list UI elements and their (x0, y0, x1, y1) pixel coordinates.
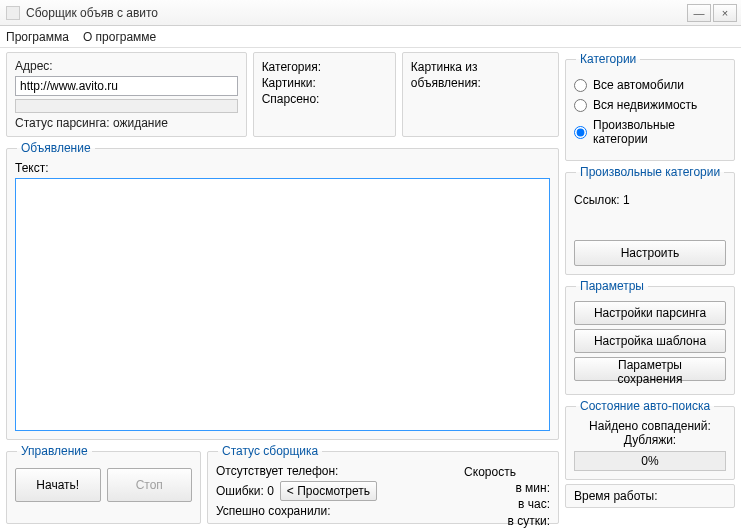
minimize-button[interactable]: — (687, 4, 711, 22)
autosearch-legend: Состояние авто-поиска (576, 399, 714, 413)
categories-fieldset: Категории Все автомобили Вся недвижимост… (565, 52, 735, 161)
view-errors-button[interactable]: < Просмотреть (280, 481, 377, 501)
runtime-label: Время работы: (574, 489, 658, 503)
address-label: Адрес: (15, 59, 238, 73)
radio-cars-input[interactable] (574, 79, 587, 92)
save-settings-button[interactable]: Параметры сохранения (574, 357, 726, 381)
image-panel: Картинка из объявления: (402, 52, 559, 137)
categories-legend: Категории (576, 52, 640, 66)
menu-program[interactable]: Программа (6, 30, 69, 44)
links-count: Ссылок: 1 (574, 193, 726, 207)
parse-status: Статус парсинга: ожидание (15, 116, 238, 130)
address-panel: Адрес: Статус парсинга: ожидание (6, 52, 247, 137)
custom-categories-legend: Произвольные категории (576, 165, 724, 179)
stats-panel: Категория: Картинки: Спарсено: (253, 52, 396, 137)
radio-custom-input[interactable] (574, 126, 587, 139)
errors-label: Ошибки: 0 (216, 484, 274, 498)
runtime-panel: Время работы: (565, 484, 735, 508)
template-settings-button[interactable]: Настройка шаблона (574, 329, 726, 353)
app-icon (6, 6, 20, 20)
stat-parsed: Спарсено: (262, 91, 387, 107)
autosearch-fieldset: Состояние авто-поиска Найдено совпадений… (565, 399, 735, 480)
menu-about[interactable]: О программе (83, 30, 156, 44)
custom-categories-fieldset: Произвольные категории Ссылок: 1 Настрои… (565, 165, 735, 275)
menubar: Программа О программе (0, 26, 741, 48)
configure-button[interactable]: Настроить (574, 240, 726, 266)
control-fieldset: Управление Начать! Стоп (6, 444, 201, 524)
no-phone-label: Отсутствует телефон: (216, 464, 420, 478)
duplicates-label: Дубляжи: (574, 433, 726, 447)
ad-fieldset: Объявление Текст: (6, 141, 559, 440)
ad-legend: Объявление (17, 141, 95, 155)
progress-bar (15, 99, 238, 113)
address-input[interactable] (15, 76, 238, 96)
percent-bar: 0% (574, 451, 726, 471)
start-button[interactable]: Начать! (15, 468, 101, 502)
stat-pictures: Картинки: (262, 75, 387, 91)
radio-realty-input[interactable] (574, 99, 587, 112)
ad-text-label: Текст: (15, 161, 550, 175)
ad-textarea[interactable] (15, 178, 550, 431)
saved-label: Успешно сохранили: (216, 504, 420, 518)
found-matches-label: Найдено совпадений: (574, 419, 726, 433)
stat-category: Категория: (262, 59, 387, 75)
speed-panel: Скорость в мин: в час: в сутки: (430, 464, 550, 515)
titlebar: Сборщик объяв с авито — × (0, 0, 741, 26)
window-title: Сборщик объяв с авито (26, 6, 685, 20)
close-button[interactable]: × (713, 4, 737, 22)
radio-realty[interactable]: Вся недвижимость (574, 98, 726, 112)
params-fieldset: Параметры Настройки парсинга Настройка ш… (565, 279, 735, 395)
collector-status-legend: Статус сборщика (218, 444, 322, 458)
radio-cars[interactable]: Все автомобили (574, 78, 726, 92)
params-legend: Параметры (576, 279, 648, 293)
collector-status-fieldset: Статус сборщика Отсутствует телефон: Оши… (207, 444, 559, 524)
parse-settings-button[interactable]: Настройки парсинга (574, 301, 726, 325)
control-legend: Управление (17, 444, 92, 458)
radio-custom[interactable]: Произвольные категории (574, 118, 726, 146)
stop-button[interactable]: Стоп (107, 468, 193, 502)
